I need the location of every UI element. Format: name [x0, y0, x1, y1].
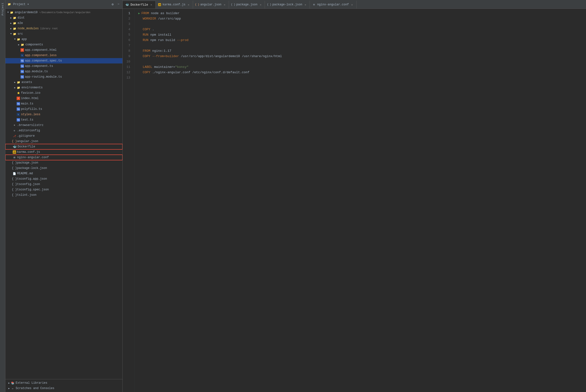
tree-dockerfile[interactable]: 🐳 Dockerfile	[5, 144, 122, 150]
tree-app-routing[interactable]: TS app-routing.module.ts	[5, 74, 122, 80]
package-json-label: package.json	[17, 161, 38, 164]
tab-karma-label: karma.conf.js	[162, 3, 185, 6]
tree-tsconfig-spec[interactable]: { } tsconfig.spec.json	[5, 187, 122, 192]
ts-module-icon: TS	[21, 70, 24, 73]
tree-tsconfig-app[interactable]: { } tsconfig.app.json	[5, 176, 122, 182]
tsconfig-label: tsconfig.json	[17, 182, 40, 186]
root-path: ~/Documents/Code/Angular/angularden	[39, 11, 90, 14]
scratches-item[interactable]: ✏️ Scratches and Consoles	[5, 386, 122, 391]
tree-src[interactable]: 📁 src	[5, 31, 122, 36]
line-num-9: 9	[123, 54, 132, 59]
code-line-1: ▶ FROM node as builder	[138, 11, 582, 16]
settings-icon[interactable]: ⚙	[111, 2, 115, 6]
app-component-html-label: app.component.html	[25, 48, 57, 52]
line-num-6: 6	[123, 38, 132, 43]
tab-angular-json[interactable]: { } angular.json ✕	[193, 1, 229, 8]
external-libraries-label: External Libraries	[16, 381, 47, 385]
tab-karma-icon: JS	[158, 3, 161, 6]
env-folder-icon: 📁	[17, 86, 21, 90]
tree-app-component-spec[interactable]: TS app.component.spec.ts	[5, 58, 122, 64]
code-editor[interactable]: ▶ FROM node as builder WORKDIR /usr/src/…	[134, 9, 586, 392]
project-header-left: 📁 Project ▾	[7, 2, 29, 6]
tab-docker-icon: 🐳	[125, 3, 129, 7]
tree-editorconfig[interactable]: ⚙ .editorconfig	[5, 128, 122, 133]
arrow-root	[6, 11, 10, 14]
external-libraries-item[interactable]: 📚 External Libraries	[5, 380, 122, 386]
tab-lock-close[interactable]: ✕	[304, 3, 307, 6]
tree-gitignore[interactable]: ⎇ .gitignore	[5, 133, 122, 139]
tab-dockerfile-close[interactable]: ✕	[150, 3, 153, 6]
tree-favicon[interactable]: ⭐ favicon.ico	[5, 90, 122, 96]
str-konsy: "konsy"	[175, 64, 189, 70]
arrow-scratches	[7, 387, 11, 390]
file-tree: 📁 angulardemo10 ~/Documents/Code/Angular…	[5, 9, 122, 379]
tree-app-component-html[interactable]: H app.component.html	[5, 47, 122, 53]
tree-karma[interactable]: JS karma.conf.js	[5, 150, 122, 155]
tree-browserslist[interactable]: ● .browserslistrc	[5, 122, 122, 128]
tree-main-ts[interactable]: TS main.ts	[5, 101, 122, 106]
arrow-src	[9, 32, 13, 36]
tree-app-component-ts[interactable]: TS app.component.ts	[5, 64, 122, 69]
tab-dockerfile[interactable]: 🐳 Dockerfile ✕	[123, 1, 156, 8]
tab-karma[interactable]: JS karma.conf.js ✕	[156, 1, 193, 8]
tab-package-json-label: package.json	[236, 3, 257, 6]
editor-content: 1 2 3 4 5 6 7 8 9 10 11 12 13 ▶ FROM nod	[123, 9, 586, 392]
ts-poly-icon: TS	[17, 108, 20, 111]
cmd-copy-path: /usr/src/app/dist/angulardemo10 /usr/sha…	[179, 54, 282, 59]
vertical-tab-label: Project	[1, 2, 4, 16]
ts-test-icon: TS	[17, 118, 20, 122]
tree-e2e[interactable]: 📁 e2e	[5, 20, 122, 26]
tab-package-json[interactable]: { } package.json ✕	[229, 1, 265, 8]
tab-nginx-icon: ⊞	[312, 3, 316, 6]
cmd-npm-install: npm install	[148, 32, 171, 38]
tree-tsconfig[interactable]: { } tsconfig.json	[5, 182, 122, 187]
tab-nginx-close[interactable]: ✕	[351, 3, 354, 6]
tree-index-html[interactable]: H index.html	[5, 96, 122, 101]
tree-app-component-less[interactable]: L app.component.less	[5, 53, 122, 58]
minimize-icon[interactable]: −	[117, 2, 120, 6]
tree-package-lock[interactable]: { } package-lock.json	[5, 166, 122, 171]
tree-components[interactable]: 📁 components	[5, 42, 122, 47]
tree-polyfills[interactable]: TS polyfills.ts	[5, 106, 122, 112]
components-folder-icon: 📁	[21, 43, 25, 46]
tree-styles-less[interactable]: L styles.less	[5, 112, 122, 117]
project-dropdown[interactable]: Project ▾	[13, 2, 29, 6]
tree-app[interactable]: 📁 app	[5, 36, 122, 42]
vertical-project-tab[interactable]: Project	[0, 0, 5, 392]
ts-file-icon: TS	[21, 64, 24, 68]
ext-lib-icon: 📚	[11, 381, 15, 385]
tree-environments[interactable]: 📁 environments	[5, 85, 122, 90]
tab-karma-close[interactable]: ✕	[187, 3, 190, 6]
tab-package-lock[interactable]: { } package-lock.json ✕	[265, 1, 310, 8]
tree-assets[interactable]: 📁 assets	[5, 80, 122, 85]
tree-package-json[interactable]: { } package.json	[5, 160, 122, 166]
karma-label: karma.conf.js	[17, 150, 40, 154]
tab-nginx[interactable]: ⊞ nginx-angular.conf ✕	[310, 1, 357, 8]
tab-package-close[interactable]: ✕	[259, 3, 262, 6]
line-num-2: 2	[123, 16, 132, 22]
app-component-less-label: app.component.less	[25, 54, 57, 57]
arrow-dist	[9, 16, 13, 20]
tree-node-modules[interactable]: 📁 node_modules library root	[5, 26, 122, 31]
tree-test-ts[interactable]: TS test.ts	[5, 117, 122, 122]
node-modules-icon: 📁	[13, 26, 17, 30]
assets-folder-icon: 📁	[17, 80, 21, 84]
main-layout: Project 📁 Project ▾ ⚙ − 📁 angulardemo10 …	[0, 0, 586, 392]
tree-angular-json[interactable]: { } angular.json	[5, 139, 122, 144]
tree-tslint[interactable]: { } tslint.json	[5, 192, 122, 198]
tree-readme[interactable]: 📄 README.md	[5, 171, 122, 176]
code-line-10	[138, 59, 582, 64]
package-lock-label: package-lock.json	[17, 166, 47, 170]
dockerfile-label: Dockerfile	[18, 145, 35, 148]
environments-label: environments	[22, 86, 43, 89]
tree-app-module[interactable]: TS app.module.ts	[5, 69, 122, 74]
tree-dist[interactable]: 📁 dist	[5, 15, 122, 20]
app-label: app	[22, 38, 27, 41]
tab-angular-close[interactable]: ✕	[223, 3, 226, 6]
tree-nginx-conf[interactable]: ⊞ nginx-angular.conf	[5, 155, 122, 160]
assets-label: assets	[22, 80, 32, 84]
tree-root[interactable]: 📁 angulardemo10 ~/Documents/Code/Angular…	[5, 10, 122, 15]
html-index-icon: H	[17, 97, 20, 100]
tsconfig-spec-icon: { }	[13, 188, 16, 191]
karma-icon: JS	[13, 150, 16, 154]
